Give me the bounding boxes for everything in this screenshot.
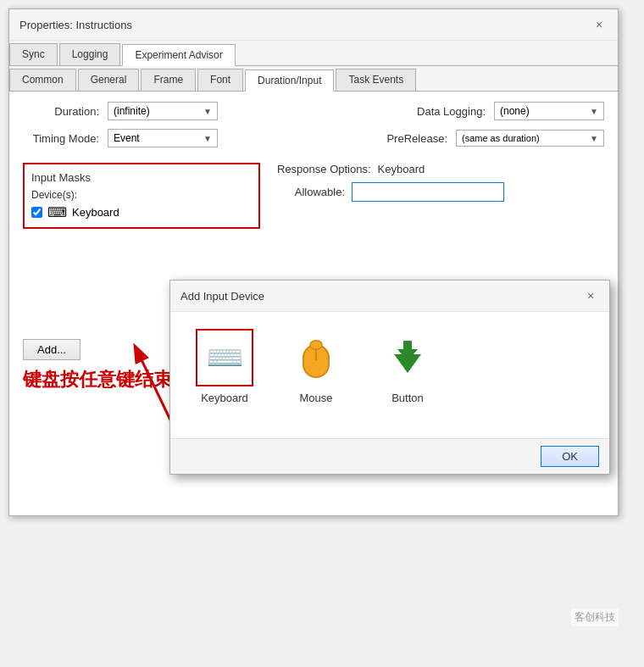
tab-task-events[interactable]: Task Events bbox=[336, 69, 416, 91]
button-icon bbox=[389, 339, 426, 376]
device-button[interactable]: Button bbox=[379, 329, 436, 404]
allowable-input[interactable]: {ANY} bbox=[352, 182, 504, 202]
data-logging-label: Data Logging: bbox=[401, 105, 486, 118]
response-options: Response Options: Keyboard Allowable: {A… bbox=[277, 163, 604, 202]
response-options-row: Response Options: Keyboard bbox=[277, 163, 604, 175]
input-masks-box: Input Masks Device(s): ⌨ Keyboard bbox=[23, 163, 260, 229]
button-device-icon-box[interactable] bbox=[379, 329, 436, 386]
input-masks-title: Input Masks bbox=[31, 171, 252, 184]
tab-row-2: Common General Frame Font Duration/Input… bbox=[9, 66, 618, 92]
keyboard-device-label: Keyboard bbox=[201, 392, 248, 404]
allowable-label: Allowable: bbox=[277, 186, 345, 198]
keyboard-label: Keyboard bbox=[72, 206, 119, 219]
tab-row-1: Sync Logging Experiment Advisor bbox=[9, 41, 618, 66]
form-row-timing: Timing Mode: Event ▼ PreRelease: (same a… bbox=[23, 129, 604, 147]
tab-font[interactable]: Font bbox=[197, 69, 243, 91]
tab-logging[interactable]: Logging bbox=[59, 43, 121, 65]
keyboard-checkbox[interactable] bbox=[31, 207, 42, 218]
response-options-label: Response Options: bbox=[277, 163, 371, 175]
dialog-close-button[interactable]: × bbox=[582, 287, 599, 304]
mouse-device-icon-box[interactable] bbox=[287, 329, 345, 386]
response-keyboard-value: Keyboard bbox=[378, 163, 425, 175]
tab-common[interactable]: Common bbox=[9, 69, 76, 91]
device-mouse[interactable]: Mouse bbox=[287, 329, 345, 404]
window-title: Properties: Instructions bbox=[19, 19, 132, 31]
tab-duration-input[interactable]: Duration/Input bbox=[245, 69, 334, 92]
prerelease-arrow: ▼ bbox=[590, 134, 598, 143]
tab-sync[interactable]: Sync bbox=[9, 43, 58, 65]
keyboard-icon: ⌨ bbox=[47, 204, 67, 220]
tab-general[interactable]: General bbox=[78, 69, 140, 91]
svg-rect-8 bbox=[403, 341, 412, 351]
keyboard-item[interactable]: ⌨ Keyboard bbox=[31, 204, 252, 220]
watermark: 客创科技 bbox=[571, 609, 619, 626]
tab-experiment-advisor[interactable]: Experiment Advisor bbox=[122, 44, 235, 66]
prerelease-select[interactable]: (same as duration) ▼ bbox=[456, 130, 604, 147]
data-logging-arrow: ▼ bbox=[590, 107, 598, 116]
dialog-footer: OK bbox=[170, 438, 609, 474]
devices-label: Device(s): bbox=[31, 189, 252, 201]
add-button[interactable]: Add... bbox=[23, 339, 80, 360]
timing-mode-select[interactable]: Event ▼ bbox=[108, 129, 218, 147]
allowable-row: Allowable: {ANY} bbox=[277, 182, 604, 202]
dialog-title-bar: Add Input Device × bbox=[170, 281, 609, 312]
form-row-duration: Duration: (infinite) ▼ Data Logging: (no… bbox=[23, 102, 604, 120]
tab-frame[interactable]: Frame bbox=[141, 69, 196, 91]
title-bar: Properties: Instructions × bbox=[9, 9, 618, 41]
device-icons-row: ⌨️ Keyboard Mouse bbox=[196, 329, 436, 404]
dialog-content: ⌨️ Keyboard Mouse bbox=[170, 312, 609, 438]
prerelease-label: PreRelease: bbox=[363, 132, 447, 145]
device-keyboard[interactable]: ⌨️ Keyboard bbox=[196, 329, 253, 404]
button-device-label: Button bbox=[391, 392, 424, 404]
duration-label: Duration: bbox=[23, 105, 99, 118]
duration-arrow: ▼ bbox=[203, 107, 212, 116]
timing-mode-label: Timing Mode: bbox=[23, 132, 99, 145]
data-logging-select[interactable]: (none) ▼ bbox=[494, 102, 604, 120]
mouse-device-label: Mouse bbox=[299, 392, 332, 404]
duration-select[interactable]: (infinite) ▼ bbox=[108, 102, 218, 120]
dialog-title: Add Input Device bbox=[180, 290, 264, 303]
add-input-device-dialog: Add Input Device × ⌨️ Keyboard bbox=[169, 280, 610, 475]
keyboard-device-icon-box[interactable]: ⌨️ bbox=[196, 329, 253, 386]
svg-rect-5 bbox=[310, 341, 322, 349]
ok-button[interactable]: OK bbox=[541, 446, 599, 467]
timing-mode-arrow: ▼ bbox=[203, 134, 212, 143]
mouse-icon bbox=[299, 336, 333, 379]
main-close-button[interactable]: × bbox=[591, 16, 608, 33]
keyboard-device-icon: ⌨️ bbox=[206, 340, 244, 375]
